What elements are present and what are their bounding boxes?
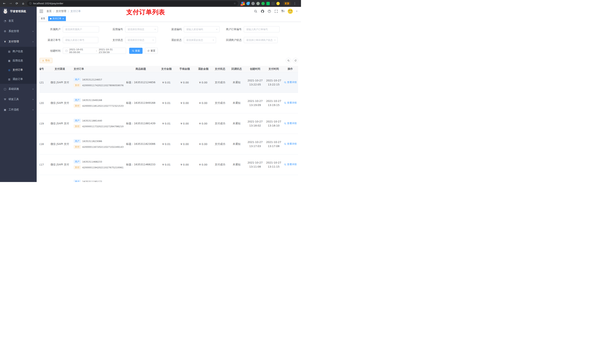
- cell-pay-order: 商户1635311468233 支付4200001194202110276752…: [72, 154, 124, 175]
- cell-pay-order: 商户1635311881440 支付4200001173202110272847…: [72, 113, 124, 134]
- chevron-down-icon: ∨: [32, 99, 34, 100]
- merchant-order-no-input[interactable]: [244, 26, 280, 32]
- search-icon[interactable]: [254, 10, 258, 13]
- view-detail-link[interactable]: 查看详情: [284, 163, 297, 166]
- help-icon[interactable]: [268, 10, 271, 13]
- app-no-label: 应用编号: [101, 26, 123, 32]
- fullscreen-icon[interactable]: [274, 10, 278, 13]
- browser-forward-icon[interactable]: →: [8, 1, 13, 6]
- col-id: 编号: [40, 66, 48, 72]
- active-dot-icon: [50, 18, 52, 20]
- channel-order-no-input[interactable]: [63, 37, 98, 43]
- sidebar-item-pay-order[interactable]: ◎ 支付订单: [0, 65, 37, 74]
- merchant-input[interactable]: [63, 26, 99, 32]
- document-icon: ▥: [8, 78, 11, 81]
- bookmark-star-icon[interactable]: ☆: [234, 2, 236, 5]
- dashboard-icon: ◔: [3, 20, 7, 22]
- tab-home[interactable]: 首页: [39, 16, 47, 21]
- sidebar-toggle-icon[interactable]: [39, 10, 43, 13]
- view-detail-link[interactable]: 查看详情: [284, 122, 297, 125]
- address-bar[interactable]: ⓘ localhost:1024/pay/order ☆: [27, 1, 238, 6]
- browser-toolbar: ← → ⟳ ⌂ ⓘ localhost:1024/pay/order ☆ 10 …: [0, 0, 301, 7]
- cell-amount: ¥ 0.01: [158, 93, 175, 113]
- close-icon[interactable]: ×: [62, 18, 64, 20]
- view-detail-link[interactable]: 查看详情: [284, 101, 297, 104]
- sidebar-item-refund-order[interactable]: ▥ 退款订单: [0, 74, 37, 84]
- site-info-icon[interactable]: ⓘ: [29, 2, 32, 5]
- extension-drop-icon[interactable]: [246, 2, 250, 5]
- cell-notify: 未通知: [228, 154, 245, 175]
- extension-globe-icon[interactable]: [256, 2, 260, 5]
- search-icon: [284, 102, 286, 104]
- extension-gray-icon[interactable]: [251, 2, 255, 5]
- cell-fee: ¥ 0.00: [175, 93, 194, 113]
- merchant-order-no: 1635311468233: [82, 160, 102, 163]
- cell-notify: 未通知: [228, 93, 245, 113]
- pay-badge: 支付: [74, 104, 81, 108]
- breadcrumb-home[interactable]: 首页: [46, 10, 52, 13]
- extension-chat-icon[interactable]: [266, 2, 270, 5]
- search-icon: [287, 59, 290, 62]
- app-logo[interactable]: 芋道管理系统: [0, 7, 37, 16]
- extension-badge: 10: [240, 4, 243, 6]
- sidebar-item-merchant-info[interactable]: ▤ 商户信息: [0, 47, 37, 56]
- channel-code-select[interactable]: 请输入渠道编码 ∨: [184, 26, 220, 32]
- view-detail-link[interactable]: 查看详情: [284, 81, 297, 84]
- browser-back-icon[interactable]: ←: [2, 1, 7, 6]
- breadcrumb-separator: /: [68, 10, 69, 13]
- cell-fee: ¥ 0.00: [175, 134, 194, 154]
- extension-green-check-icon[interactable]: [261, 2, 265, 5]
- browser-update-button[interactable]: 更新: [283, 1, 291, 6]
- tab-pay-order[interactable]: 支付订单 ×: [48, 16, 66, 21]
- view-detail-label: 查看详情: [287, 142, 297, 146]
- browser-menu-icon[interactable]: ⋮: [293, 2, 297, 5]
- avatar-caret-icon[interactable]: ▾: [296, 10, 297, 12]
- callback-status-select[interactable]: 请选择订单回调商户状态 ∨: [244, 37, 278, 43]
- cell-status: 支付成功: [212, 113, 228, 134]
- grid-icon: ▦: [8, 59, 11, 62]
- tags-view-bar: 首页 支付订单 ×: [37, 16, 301, 22]
- avatar[interactable]: [288, 9, 293, 14]
- search-icon: [284, 143, 286, 145]
- search-button[interactable]: 搜索: [129, 48, 142, 54]
- view-detail-link[interactable]: 查看详情: [284, 142, 297, 146]
- sidebar-item-system[interactable]: ⚙ 系统管理 ∨: [0, 26, 37, 36]
- sidebar-item-home[interactable]: ◔ 首页: [0, 16, 37, 26]
- cell-channel: 微信 JSAPI 支付: [48, 72, 72, 93]
- cell-notify: 未通知: [228, 134, 245, 154]
- col-title: 商品标题: [124, 66, 158, 72]
- toggle-search-button[interactable]: [286, 58, 291, 63]
- channel-order-no-label: 渠道订单号: [40, 37, 61, 43]
- github-icon[interactable]: [261, 10, 264, 13]
- view-detail-label: 查看详情: [287, 101, 297, 104]
- refund-status-select[interactable]: 请选择退款状态 ∨: [184, 37, 216, 43]
- merchant-badge: 商户: [74, 119, 81, 123]
- browser-home-icon[interactable]: ⌂: [21, 1, 26, 6]
- sidebar-item-app-info[interactable]: ▦ 应用信息: [0, 56, 37, 65]
- pay-order-no: 4200001181202110277723215336: [82, 104, 124, 107]
- filter-form: 所属商户 应用编号 请选择应用信息 ∨ 渠道编码 请输入渠道编码 ∨ 商户订单编…: [40, 22, 298, 56]
- breadcrumb-payment[interactable]: 支付管理: [56, 10, 66, 13]
- font-size-icon[interactable]: TT: [281, 10, 284, 13]
- extension-emoji-icon[interactable]: [276, 2, 280, 5]
- sidebar-item-devtools[interactable]: ⚒ 研发工具 ∨: [0, 94, 37, 104]
- sidebar-item-workflow[interactable]: ▣ 工作流程 ∨: [0, 104, 37, 115]
- extension-puzzle-icon[interactable]: [271, 2, 275, 5]
- cell-pay-order: 商户1635311195172: [72, 175, 124, 182]
- browser-reload-icon[interactable]: ⟳: [14, 1, 19, 6]
- sidebar-item-infra[interactable]: ▢ 基础设施 ∨: [0, 84, 37, 94]
- breadcrumb: 首页 / 支付管理 / 支付订单: [46, 10, 81, 13]
- create-time-range-picker[interactable]: 2021-10-01 00:00:00 - 2021-10-31 23:59:5…: [63, 48, 126, 54]
- tab-label: 首页: [41, 17, 45, 20]
- refresh-table-button[interactable]: [293, 58, 298, 63]
- sidebar-item-payment[interactable]: ¥ 支付管理 ∧: [0, 36, 37, 47]
- pay-status-select[interactable]: 请选择支付状态 ∨: [125, 37, 156, 43]
- search-button-label: 搜索: [135, 49, 140, 52]
- content-area: 所属商户 应用编号 请选择应用信息 ∨ 渠道编码 请输入渠道编码 ∨ 商户订单编…: [37, 22, 301, 182]
- reset-button[interactable]: 重置: [145, 48, 158, 54]
- extension-colorful-icon[interactable]: 10: [241, 2, 245, 5]
- cell-amount: ¥ 0.01: [158, 72, 175, 93]
- app-no-select[interactable]: 请选择应用信息 ∨: [125, 26, 158, 32]
- export-button[interactable]: 导出: [40, 58, 52, 63]
- cell-create-time: 2021-10-2713:17:03: [245, 134, 265, 154]
